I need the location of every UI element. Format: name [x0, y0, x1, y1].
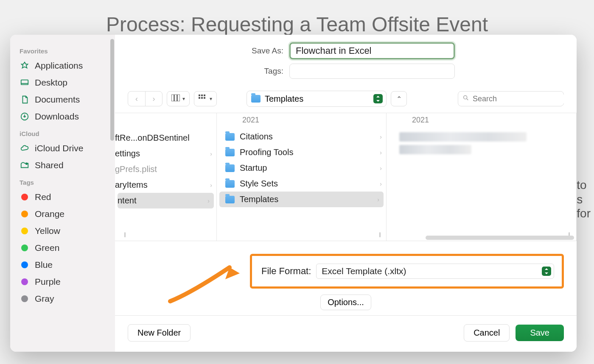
chevron-right-icon: ›: [377, 196, 379, 203]
folder-row[interactable]: Proofing Tools›: [217, 144, 386, 160]
sidebar-item-label: Orange: [35, 209, 64, 219]
sidebar-item-label: Shared: [35, 160, 64, 170]
column-resize-handle[interactable]: [121, 232, 129, 237]
chevron-right-icon: ›: [380, 165, 382, 172]
file-row[interactable]: gPrefs.plist: [115, 161, 216, 177]
redacted-file-row[interactable]: [399, 132, 527, 142]
svg-rect-10: [201, 97, 203, 99]
svg-rect-4: [174, 94, 177, 101]
folder-row-selected[interactable]: ntent›: [118, 193, 214, 208]
view-group-button[interactable]: ▾: [194, 91, 217, 106]
sidebar-tag-yellow[interactable]: Yellow: [10, 222, 115, 239]
svg-rect-8: [204, 94, 205, 96]
row-label: Proofing Tools: [240, 147, 293, 157]
svg-point-2: [26, 163, 28, 165]
tag-dot-icon: [21, 295, 28, 302]
folder-icon: [225, 149, 235, 156]
sidebar-tag-purple[interactable]: Purple: [10, 273, 115, 290]
shared-folder-icon: [20, 160, 30, 170]
sidebar-item-label: Red: [35, 192, 51, 202]
folder-row[interactable]: aryItems›: [115, 177, 216, 193]
sidebar-heading-icloud: iCloud: [10, 125, 115, 140]
chevron-right-icon: ›: [210, 150, 212, 157]
row-label: ntent: [118, 196, 136, 206]
new-folder-button[interactable]: New Folder: [128, 324, 191, 342]
sidebar-item-applications[interactable]: Applications: [10, 57, 115, 74]
save-dialog: Favorites Applications Desktop Documents…: [10, 35, 577, 352]
view-columns-button[interactable]: ▾: [167, 91, 190, 106]
sidebar-tag-green[interactable]: Green: [10, 239, 115, 256]
nav-back-button[interactable]: ‹: [128, 92, 145, 106]
file-format-area: File Format: Excel Template (.xltx) Opti…: [115, 241, 577, 315]
file-row[interactable]: ftRe...onDBSentinel: [115, 130, 216, 146]
row-label: aryItems: [115, 180, 148, 190]
sidebar-item-icloud-drive[interactable]: iCloud Drive: [10, 140, 115, 157]
row-label: ftRe...onDBSentinel: [115, 133, 190, 143]
chevron-right-icon: ›: [380, 133, 382, 140]
row-label: Citations: [240, 132, 273, 142]
sidebar-item-label: iCloud Drive: [35, 143, 83, 153]
file-format-select[interactable]: Excel Template (.xltx): [316, 264, 554, 279]
folder-row[interactable]: Startup›: [217, 160, 386, 176]
sidebar-tag-red[interactable]: Red: [10, 189, 115, 206]
options-button[interactable]: Options...: [320, 295, 371, 310]
sidebar-tag-blue[interactable]: Blue: [10, 256, 115, 273]
location-popup[interactable]: Templates: [247, 91, 387, 107]
folder-row[interactable]: Style Sets›: [217, 176, 386, 192]
sidebar-item-downloads[interactable]: Downloads: [10, 108, 115, 125]
tags-label: Tags:: [237, 67, 283, 76]
tag-dot-icon: [21, 245, 28, 251]
folder-row-selected[interactable]: Templates›: [219, 192, 384, 207]
file-format-label: File Format:: [261, 266, 311, 277]
sidebar-tag-gray[interactable]: Gray: [10, 290, 115, 307]
nav-forward-button[interactable]: ›: [145, 92, 162, 106]
dropdown-arrows-icon: [542, 267, 551, 276]
save-button[interactable]: Save: [516, 325, 564, 341]
background-text-fragment: to s for: [577, 178, 591, 221]
tag-dot-icon: [21, 228, 28, 234]
applications-icon: [20, 61, 30, 71]
search-input[interactable]: [473, 94, 571, 103]
folder-row[interactable]: Citations›: [217, 129, 386, 144]
folder-icon: [225, 180, 235, 188]
sidebar-item-label: Yellow: [35, 226, 60, 236]
folder-row[interactable]: ettings›: [115, 146, 216, 161]
folder-icon: [225, 133, 235, 141]
chevron-down-icon: ▾: [210, 96, 212, 102]
sidebar-heading-tags: Tags: [10, 174, 115, 189]
location-label: Templates: [265, 94, 369, 104]
sidebar-item-desktop[interactable]: Desktop: [10, 74, 115, 91]
file-format-value: Excel Template (.xltx): [322, 266, 406, 276]
column-date-header: 2021: [387, 113, 576, 129]
search-field[interactable]: [458, 91, 564, 106]
tags-input[interactable]: [289, 64, 455, 79]
row-label: ettings: [115, 149, 140, 158]
column-resize-handle[interactable]: [376, 232, 384, 237]
sidebar-item-label: Purple: [35, 277, 61, 287]
dialog-footer: New Folder Cancel Save: [115, 315, 577, 352]
svg-rect-9: [199, 97, 200, 99]
redacted-file-row[interactable]: [399, 145, 471, 154]
background-document-title: Process: Requesting a Team Offsite Event: [0, 13, 594, 36]
browser-column-1: ftRe...onDBSentinel ettings› gPrefs.plis…: [115, 113, 217, 241]
sidebar-tag-orange[interactable]: Orange: [10, 206, 115, 222]
sidebar-item-label: Downloads: [35, 111, 79, 122]
tag-dot-icon: [21, 261, 28, 268]
chevron-up-icon: ⌃: [396, 95, 402, 103]
sidebar-heading-favorites: Favorites: [10, 42, 115, 57]
folder-icon: [251, 95, 261, 103]
annotation-arrow-icon: [166, 259, 242, 306]
sidebar-item-shared[interactable]: Shared: [10, 157, 115, 174]
tag-dot-icon: [21, 278, 28, 285]
cancel-button[interactable]: Cancel: [464, 324, 510, 342]
cloud-icon: [20, 143, 30, 153]
browser-column-3: 2021: [387, 113, 577, 241]
sidebar-scrollbar[interactable]: [110, 39, 114, 141]
svg-point-12: [464, 96, 467, 99]
expand-collapse-button[interactable]: ⌃: [391, 91, 407, 106]
sidebar-item-documents[interactable]: Documents: [10, 91, 115, 108]
nav-back-forward: ‹ ›: [128, 91, 163, 106]
browser-toolbar: ‹ › ▾ ▾ Templates ⌃: [115, 88, 577, 113]
save-as-input[interactable]: [289, 42, 455, 59]
horizontal-scrollbar[interactable]: [426, 236, 574, 240]
